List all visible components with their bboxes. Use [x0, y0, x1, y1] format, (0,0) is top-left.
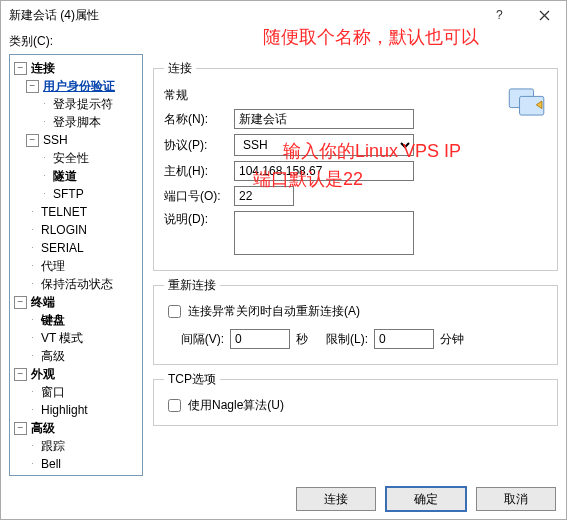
tree-sftp[interactable]: SFTP	[51, 185, 86, 203]
tree-trace[interactable]: 跟踪	[39, 437, 67, 455]
minutes-label: 分钟	[440, 331, 464, 348]
collapse-icon[interactable]: −	[26, 134, 39, 147]
tree-security[interactable]: 安全性	[51, 149, 91, 167]
tree-login-prompt[interactable]: 登录提示符	[51, 95, 115, 113]
seconds-label: 秒	[296, 331, 308, 348]
titlebar: 新建会话 (4)属性 ?	[1, 1, 566, 29]
tree-rlogin[interactable]: RLOGIN	[39, 221, 89, 239]
tree-logging[interactable]: 日志记录	[39, 473, 91, 476]
tree-keepalive[interactable]: 保持活动状态	[39, 275, 115, 293]
tree-terminal[interactable]: 终端	[29, 293, 57, 311]
tree-bell[interactable]: Bell	[39, 455, 63, 473]
interval-input[interactable]	[230, 329, 290, 349]
cancel-button[interactable]: 取消	[476, 487, 556, 511]
group-connection: 连接 常规 名称(N): 协议(P): SSH	[153, 60, 558, 271]
protocol-label: 协议(P):	[164, 137, 234, 154]
help-icon[interactable]: ?	[478, 1, 522, 29]
group-tcp: TCP选项 使用Nagle算法(U)	[153, 371, 558, 426]
tree-advanced[interactable]: 高级	[29, 419, 57, 437]
protocol-select[interactable]: SSH	[234, 134, 414, 156]
nagle-checkbox[interactable]	[168, 399, 181, 412]
name-input[interactable]	[234, 109, 414, 129]
tree-advanced-term[interactable]: 高级	[39, 347, 67, 365]
tree-connection[interactable]: 连接	[29, 59, 57, 77]
host-input[interactable]	[234, 161, 414, 181]
limit-input[interactable]	[374, 329, 434, 349]
category-tree[interactable]: −连接 −用户身份验证 ·登录提示符 ·登录脚本 −SSH ·安全性 ·隧道 ·…	[9, 54, 143, 476]
collapse-icon[interactable]: −	[14, 296, 27, 309]
interval-label: 间隔(V):	[164, 331, 224, 348]
port-input[interactable]	[234, 186, 294, 206]
tree-window[interactable]: 窗口	[39, 383, 67, 401]
tree-keyboard[interactable]: 键盘	[39, 311, 67, 329]
auto-reconnect-label: 连接异常关闭时自动重新连接(A)	[188, 303, 360, 320]
collapse-icon[interactable]: −	[14, 422, 27, 435]
collapse-icon[interactable]: −	[14, 62, 27, 75]
settings-panel: 连接 常规 名称(N): 协议(P): SSH	[143, 54, 558, 484]
connect-button[interactable]: 连接	[296, 487, 376, 511]
tree-login-script[interactable]: 登录脚本	[51, 113, 103, 131]
tree-tunnel[interactable]: 隧道	[51, 167, 79, 185]
host-label: 主机(H):	[164, 163, 234, 180]
category-label: 类别(C):	[1, 29, 566, 52]
description-label: 说明(D):	[164, 211, 234, 228]
dialog-footer: 连接 确定 取消	[296, 487, 556, 511]
nagle-label: 使用Nagle算法(U)	[188, 397, 284, 414]
limit-label: 限制(L):	[326, 331, 368, 348]
tree-highlight[interactable]: Highlight	[39, 401, 90, 419]
subgroup-general-label: 常规	[164, 87, 547, 104]
svg-text:?: ?	[496, 9, 503, 21]
close-icon[interactable]	[522, 1, 566, 29]
tree-serial[interactable]: SERIAL	[39, 239, 86, 257]
collapse-icon[interactable]: −	[14, 368, 27, 381]
ssh-terminal-icon	[508, 88, 546, 116]
window-title: 新建会话 (4)属性	[9, 7, 99, 24]
group-tcp-legend: TCP选项	[164, 371, 220, 388]
tree-vt[interactable]: VT 模式	[39, 329, 85, 347]
ok-button[interactable]: 确定	[386, 487, 466, 511]
group-connection-legend: 连接	[164, 60, 196, 77]
tree-appearance[interactable]: 外观	[29, 365, 57, 383]
tree-proxy[interactable]: 代理	[39, 257, 67, 275]
description-input[interactable]	[234, 211, 414, 255]
tree-auth[interactable]: 用户身份验证	[41, 77, 117, 95]
group-reconnect-legend: 重新连接	[164, 277, 220, 294]
collapse-icon[interactable]: −	[26, 80, 39, 93]
group-reconnect: 重新连接 连接异常关闭时自动重新连接(A) 间隔(V): 秒 限制(L): 分钟	[153, 277, 558, 365]
auto-reconnect-checkbox[interactable]	[168, 305, 181, 318]
tree-ssh[interactable]: SSH	[41, 131, 70, 149]
port-label: 端口号(O):	[164, 188, 234, 205]
name-label: 名称(N):	[164, 111, 234, 128]
tree-telnet[interactable]: TELNET	[39, 203, 89, 221]
dialog-window: 新建会话 (4)属性 ? 类别(C): −连接 −用户身份验证 ·登录提示符 ·…	[0, 0, 567, 520]
